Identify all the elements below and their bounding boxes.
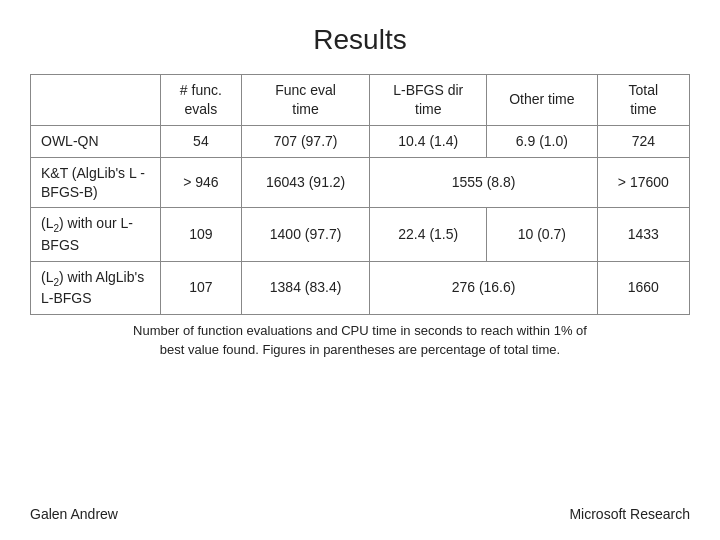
col-header-total-time: Totaltime xyxy=(597,75,689,126)
row-func-eval-time: 707 (97.7) xyxy=(241,125,370,157)
row-lbfgs-dir-time: 22.4 (1.5) xyxy=(370,208,487,261)
row-total-time: 1433 xyxy=(597,208,689,261)
row-label: (L2) with AlgLib's L-BFGS xyxy=(31,261,161,314)
row-merged-time: 1555 (8.8) xyxy=(370,157,597,208)
row-func-eval-time: 16043 (91.2) xyxy=(241,157,370,208)
row-evals: 109 xyxy=(161,208,242,261)
row-func-eval-time: 1400 (97.7) xyxy=(241,208,370,261)
page-title: Results xyxy=(313,24,406,56)
row-other-time: 6.9 (1.0) xyxy=(487,125,598,157)
col-header-func-eval-time: Func evaltime xyxy=(241,75,370,126)
table-row: K&T (AlgLib's L -BFGS-B)> 94616043 (91.2… xyxy=(31,157,690,208)
row-evals: 54 xyxy=(161,125,242,157)
row-total-time: > 17600 xyxy=(597,157,689,208)
row-evals: 107 xyxy=(161,261,242,314)
row-label: OWL-QN xyxy=(31,125,161,157)
results-table-container: # func.evals Func evaltime L-BFGS dirtim… xyxy=(30,74,690,360)
row-lbfgs-dir-time: 10.4 (1.4) xyxy=(370,125,487,157)
row-func-eval-time: 1384 (83.4) xyxy=(241,261,370,314)
row-other-time: 10 (0.7) xyxy=(487,208,598,261)
footer-note-line1: Number of function evaluations and CPU t… xyxy=(133,323,587,338)
row-label: (L2) with our L-BFGS xyxy=(31,208,161,261)
row-merged-time: 276 (16.6) xyxy=(370,261,597,314)
footer-note: Number of function evaluations and CPU t… xyxy=(30,321,690,360)
org-label: Microsoft Research xyxy=(569,506,690,522)
footer-note-line2: best value found. Figures in parentheses… xyxy=(160,342,560,357)
bottom-bar: Galen Andrew Microsoft Research xyxy=(30,506,690,540)
author-label: Galen Andrew xyxy=(30,506,118,522)
table-row: OWL-QN54707 (97.7)10.4 (1.4)6.9 (1.0)724 xyxy=(31,125,690,157)
col-header-other-time: Other time xyxy=(487,75,598,126)
table-row: (L2) with our L-BFGS1091400 (97.7)22.4 (… xyxy=(31,208,690,261)
table-row: (L2) with AlgLib's L-BFGS1071384 (83.4)2… xyxy=(31,261,690,314)
col-header-label xyxy=(31,75,161,126)
row-total-time: 1660 xyxy=(597,261,689,314)
col-header-evals: # func.evals xyxy=(161,75,242,126)
results-table: # func.evals Func evaltime L-BFGS dirtim… xyxy=(30,74,690,315)
table-header-row: # func.evals Func evaltime L-BFGS dirtim… xyxy=(31,75,690,126)
row-total-time: 724 xyxy=(597,125,689,157)
row-evals: > 946 xyxy=(161,157,242,208)
row-label: K&T (AlgLib's L -BFGS-B) xyxy=(31,157,161,208)
col-header-lbfgs-dir-time: L-BFGS dirtime xyxy=(370,75,487,126)
